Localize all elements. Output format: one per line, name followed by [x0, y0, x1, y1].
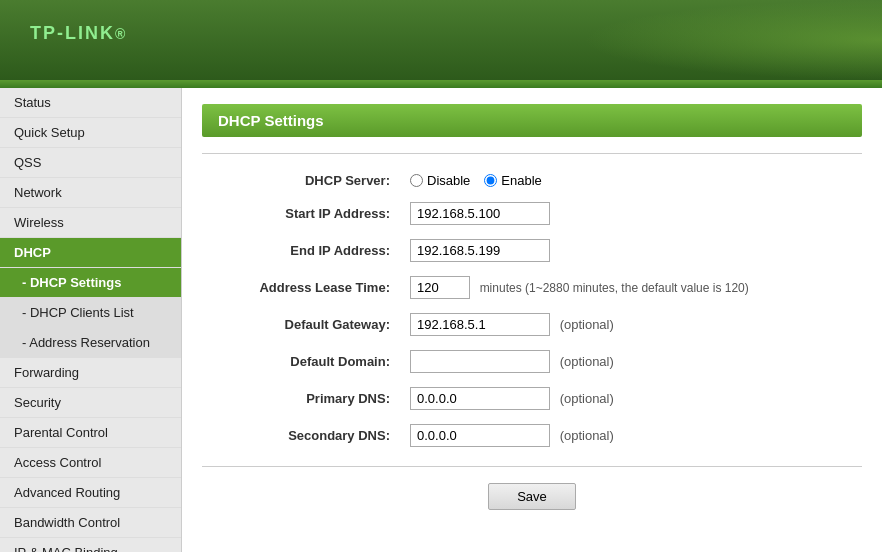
- disable-radio-label[interactable]: Disable: [410, 173, 470, 188]
- gateway-optional: (optional): [560, 317, 614, 332]
- dhcp-form: DHCP Server: Disable Enable: [202, 166, 862, 454]
- start-ip-field: [402, 195, 862, 232]
- end-ip-field: [402, 232, 862, 269]
- gateway-input[interactable]: [410, 313, 550, 336]
- domain-field: (optional): [402, 343, 862, 380]
- end-ip-label: End IP Address:: [202, 232, 402, 269]
- sidebar-item-wireless[interactable]: Wireless: [0, 208, 181, 238]
- logo-sup: ®: [115, 26, 127, 42]
- sidebar-item-security[interactable]: Security: [0, 388, 181, 418]
- bottom-divider: [202, 466, 862, 467]
- domain-row: Default Domain: (optional): [202, 343, 862, 380]
- start-ip-label: Start IP Address:: [202, 195, 402, 232]
- sidebar-item-quick-setup[interactable]: Quick Setup: [0, 118, 181, 148]
- domain-label: Default Domain:: [202, 343, 402, 380]
- sidebar: StatusQuick SetupQSSNetworkWirelessDHCP-…: [0, 88, 182, 552]
- sidebar-item-access-control[interactable]: Access Control: [0, 448, 181, 478]
- gateway-row: Default Gateway: (optional): [202, 306, 862, 343]
- sidebar-item-dhcp-clients[interactable]: - DHCP Clients List: [0, 298, 181, 328]
- sidebar-item-address-reservation[interactable]: - Address Reservation: [0, 328, 181, 358]
- start-ip-input[interactable]: [410, 202, 550, 225]
- sidebar-item-ip-mac-binding[interactable]: IP & MAC Binding: [0, 538, 181, 552]
- enable-radio-label[interactable]: Enable: [484, 173, 541, 188]
- enable-radio[interactable]: [484, 174, 497, 187]
- primary-dns-label: Primary DNS:: [202, 380, 402, 417]
- sidebar-item-bandwidth-control[interactable]: Bandwidth Control: [0, 508, 181, 538]
- end-ip-row: End IP Address:: [202, 232, 862, 269]
- primary-dns-row: Primary DNS: (optional): [202, 380, 862, 417]
- dhcp-server-field: Disable Enable: [402, 166, 862, 195]
- sidebar-item-status[interactable]: Status: [0, 88, 181, 118]
- secondary-dns-input[interactable]: [410, 424, 550, 447]
- end-ip-input[interactable]: [410, 239, 550, 262]
- logo-text: TP-LINK: [30, 23, 115, 43]
- sidebar-item-qss[interactable]: QSS: [0, 148, 181, 178]
- disable-label: Disable: [427, 173, 470, 188]
- domain-input[interactable]: [410, 350, 550, 373]
- header: TP-LINK®: [0, 0, 882, 80]
- sidebar-item-parental-control[interactable]: Parental Control: [0, 418, 181, 448]
- lease-time-label: Address Lease Time:: [202, 269, 402, 306]
- save-button-row: Save: [202, 483, 862, 510]
- secondary-dns-label: Secondary DNS:: [202, 417, 402, 454]
- sidebar-item-dhcp-settings[interactable]: - DHCP Settings: [0, 268, 181, 298]
- sidebar-item-network[interactable]: Network: [0, 178, 181, 208]
- content-area: DHCP Settings DHCP Server: Disable Enabl…: [182, 88, 882, 552]
- secondary-dns-row: Secondary DNS: (optional): [202, 417, 862, 454]
- secondary-dns-field: (optional): [402, 417, 862, 454]
- page-title: DHCP Settings: [202, 104, 862, 137]
- primary-dns-optional: (optional): [560, 391, 614, 406]
- primary-dns-input[interactable]: [410, 387, 550, 410]
- main-layout: StatusQuick SetupQSSNetworkWirelessDHCP-…: [0, 88, 882, 552]
- primary-dns-field: (optional): [402, 380, 862, 417]
- gateway-label: Default Gateway:: [202, 306, 402, 343]
- disable-radio[interactable]: [410, 174, 423, 187]
- logo: TP-LINK®: [30, 19, 127, 61]
- enable-label: Enable: [501, 173, 541, 188]
- lease-time-hint: minutes (1~2880 minutes, the default val…: [480, 281, 749, 295]
- lease-time-input[interactable]: [410, 276, 470, 299]
- dhcp-server-row: DHCP Server: Disable Enable: [202, 166, 862, 195]
- sidebar-item-dhcp[interactable]: DHCP: [0, 238, 181, 268]
- top-divider: [202, 153, 862, 154]
- start-ip-row: Start IP Address:: [202, 195, 862, 232]
- lease-time-row: Address Lease Time: minutes (1~2880 minu…: [202, 269, 862, 306]
- dhcp-server-label: DHCP Server:: [202, 166, 402, 195]
- lease-time-field: minutes (1~2880 minutes, the default val…: [402, 269, 862, 306]
- subheader-bar: [0, 80, 882, 88]
- sidebar-item-forwarding[interactable]: Forwarding: [0, 358, 181, 388]
- dhcp-server-radio-group: Disable Enable: [410, 173, 854, 188]
- save-button[interactable]: Save: [488, 483, 576, 510]
- gateway-field: (optional): [402, 306, 862, 343]
- secondary-dns-optional: (optional): [560, 428, 614, 443]
- sidebar-item-advanced-routing[interactable]: Advanced Routing: [0, 478, 181, 508]
- domain-optional: (optional): [560, 354, 614, 369]
